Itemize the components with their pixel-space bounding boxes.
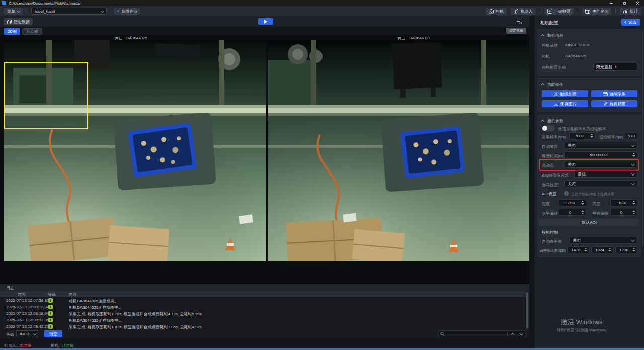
chevron-down-icon [101,9,104,13]
wb-g-spinner[interactable]: 1024 [591,246,613,253]
stats-label: 统计 [630,9,638,14]
camera-info-section-header[interactable]: 相机信息 [542,33,564,38]
save-image-button[interactable]: 保存图片 [542,100,588,107]
spinner-arrows-icon[interactable] [584,248,589,252]
aoi-height-spinner[interactable]: 1024 [610,199,637,206]
log-row[interactable]: 2025-07-23 12:07:58.816 I 相机DA3644325连接成… [0,297,526,304]
panel-title: 相机配置 [540,20,558,26]
maximize-icon [623,2,626,5]
camera-icon [489,9,494,14]
aoi-width-spinner[interactable]: 1280 [559,199,586,206]
ai-icon: AI [547,9,552,14]
lock-view-button[interactable]: 锁定视角 [506,28,526,34]
bar-chart-icon [623,9,628,14]
aoi-hoffset-spinner[interactable]: 0 [559,209,586,216]
app-icon [2,1,6,5]
panel-scrollbar[interactable] [642,30,643,246]
camera-nav-button[interactable]: 相机 [486,8,507,15]
wb-r-spinner[interactable]: 1470 [567,246,589,253]
svg-text:AI: AI [548,10,551,13]
history-data-label: 历史数据 [14,19,30,25]
spinner-arrows-icon[interactable] [581,210,586,214]
log-row[interactable]: 2025-07-23 12:08:37.351 I 相机DA3644325正在取… [0,317,526,323]
hdr-value: 关闭 [568,162,631,167]
log-row[interactable]: 2025-07-23 12:08:18.943 I 采集完成, 相机取图耗时1.… [0,310,526,317]
right-camera-scene [268,40,529,261]
camera-nav-label: 相机 [496,9,504,14]
log-search-input[interactable] [447,332,505,336]
minimize-button[interactable] [605,0,618,6]
log-row[interactable]: 2025-07-23 12:08:42.276 I 采集完成, 相机取图耗时1.… [0,323,526,330]
aoi-voffset-spinner[interactable]: 0 [610,209,637,216]
auto-exposure-select[interactable]: 关闭 [564,142,637,149]
spinner-arrows-icon[interactable] [632,153,637,157]
job-select[interactable]: robot_hand [31,8,107,15]
spinner-arrows-icon[interactable] [632,210,637,214]
log-rows: 2025-07-23 12:07:58.816 I 相机DA3644325连接成… [0,297,526,330]
history-data-icon [7,20,12,24]
continuous-capture-button[interactable]: 连续采集 [591,90,637,97]
log-scrollbar[interactable] [526,291,529,330]
spinner-arrows-icon[interactable] [581,201,586,205]
gamma-select[interactable]: 关闭 [564,180,637,187]
menu-button[interactable]: 菜单 [4,8,23,15]
log-level-label: 等级 [6,332,14,337]
stats-button[interactable]: 统计 [620,8,641,15]
spinner-arrows-icon[interactable] [590,134,595,138]
lock-view-label: 锁定视角 [509,28,523,33]
exposure-spinner[interactable]: 50000.00 [564,151,637,158]
camera-precision-label: 相机精度 [610,101,626,107]
spinner-arrows-icon[interactable] [608,248,613,252]
spinner-arrows-icon[interactable] [632,201,637,205]
log-level-value: INFO [20,332,33,336]
history-data-button[interactable]: 历史数据 [4,18,33,25]
close-button[interactable] [631,0,644,6]
camera-precision-button[interactable]: 相机精度 [591,100,637,107]
log-scrollbar-thumb[interactable] [526,292,528,328]
camera-icon [554,92,558,96]
chevron-down-icon [17,9,21,13]
display-settings-button[interactable] [515,18,523,25]
tab-pointcloud-view[interactable]: 点云图 [22,28,42,35]
log-level-badge: I [48,324,53,329]
back-button[interactable]: 返回 [621,19,640,26]
chevron-left-icon [624,21,627,24]
save-image-label: 保存图片 [560,101,577,107]
robot-nav-button[interactable]: 机器人 [511,8,536,15]
bayer-select[interactable]: 最优 [574,170,637,178]
view-tabs: 2D图 点云图 锁定视角 [0,27,529,35]
collapse-icon [541,120,544,123]
theory-fps-toggle-label: 使用采集帧率作为理论帧率 [558,126,606,132]
trigger-capture-button[interactable]: 触发拍照 [542,90,588,97]
awb-select[interactable]: 关闭 [569,237,637,244]
config-name-input[interactable] [593,63,637,71]
operations-section-header[interactable]: 功能操作 [542,82,564,88]
maximize-button[interactable] [618,0,631,6]
log-level-select[interactable]: INFO [16,330,39,337]
hdr-select[interactable]: 关闭 [564,161,637,168]
app-window: C:/Users/dex/Documents/PickWiz/madai 菜单 … [0,0,644,350]
log-clear-button[interactable]: 清空 [44,330,62,337]
default-aoi-button[interactable]: 默认AOI [539,219,639,226]
camera-viewport: 左目DA3644325 右目DA3644317 [0,35,529,284]
search-prev-button[interactable] [510,331,516,337]
aoi-selection-rect[interactable] [4,62,88,129]
play-button[interactable] [258,18,273,25]
info-icon [564,191,569,196]
wb-r-value: 1470 [568,248,584,252]
camera-serial-value: DA3644325 [565,54,586,58]
params-section-header[interactable]: 相机参数 [542,118,564,124]
right-camera-image[interactable] [268,40,529,261]
tab-2d-view[interactable]: 2D图 [4,28,20,35]
left-camera-image[interactable] [4,40,266,261]
wb-b-spinner[interactable]: 1230 [615,246,637,253]
spinner-arrows-icon[interactable] [632,248,637,252]
add-job-button[interactable]: 新增作业 [114,8,140,15]
fps-spinner[interactable]: 5.00 [569,132,595,139]
theory-fps-toggle[interactable] [542,125,555,131]
wb-g-value: 1024 [592,248,608,252]
log-row[interactable]: 2025-07-23 12:08:13.040 I 相机DA3644325正在取… [0,304,526,310]
one-key-link-button[interactable]: AI 一键联通 [544,8,574,15]
production-ui-button[interactable]: 生产界面 [582,8,611,15]
search-next-button[interactable] [518,331,524,337]
